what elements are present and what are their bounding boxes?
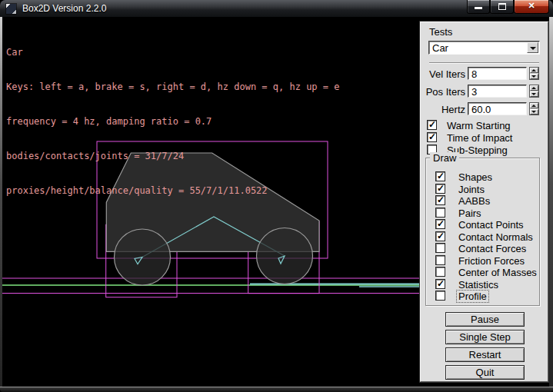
spinner-down-icon[interactable] <box>530 109 538 115</box>
pos-iters-input[interactable]: 3 <box>468 85 527 98</box>
checkbox-icon[interactable] <box>435 255 445 265</box>
vel-iters-row: Vel Iters 8 <box>421 67 549 80</box>
shapes-label: Shapes <box>458 171 492 183</box>
statistics-label: Statistics <box>458 279 498 291</box>
checkbox-icon[interactable] <box>435 208 445 218</box>
spinner-down-icon[interactable] <box>530 74 538 79</box>
center-of-masses-label: Center of Masses <box>458 267 537 278</box>
window-border-bottom <box>0 387 553 392</box>
tests-dropdown-value: Car <box>432 42 448 54</box>
pairs-label: Pairs <box>458 208 481 219</box>
hertz-label: Hertz <box>421 104 465 115</box>
pos-iters-row: Pos Iters 3 <box>421 85 549 98</box>
checkbox-icon[interactable] <box>435 171 445 181</box>
checkbox-icon[interactable] <box>435 184 445 194</box>
checkbox-icon[interactable] <box>435 291 445 301</box>
checkbox-icon[interactable] <box>435 219 445 229</box>
tests-label: Tests <box>429 26 452 38</box>
checkbox-icon[interactable] <box>435 243 445 253</box>
close-icon: ✕ <box>515 1 548 11</box>
chevron-down-icon <box>530 47 536 50</box>
vel-iters-value: 8 <box>471 68 477 80</box>
titlebar[interactable]: Box2D Version 2.2.0 ✕ <box>0 0 553 18</box>
caption-buttons: ✕ <box>467 0 549 13</box>
warm-starting-label: Warm Starting <box>447 120 511 131</box>
checkbox-icon[interactable] <box>435 279 445 289</box>
app-window: Box2D Version 2.2.0 ✕ <box>0 0 553 392</box>
app-icon <box>6 4 16 14</box>
close-button[interactable]: ✕ <box>514 0 549 14</box>
vel-iters-spinner[interactable] <box>529 67 539 80</box>
minimize-icon <box>475 7 482 9</box>
draw-group: Draw Shapes Joints AABBs Pairs Contact P… <box>425 158 540 306</box>
checkbox-icon[interactable] <box>427 120 437 130</box>
friction-forces-label: Friction Forces <box>458 255 525 267</box>
tests-dropdown[interactable]: Car <box>428 41 540 55</box>
spinner-up-icon[interactable] <box>530 68 538 73</box>
quit-button[interactable]: Quit <box>445 365 525 380</box>
hertz-value: 60.0 <box>471 104 491 115</box>
contact-forces-label: Contact Forces <box>458 243 526 254</box>
spinner-up-icon[interactable] <box>530 103 538 108</box>
debug-text-proxies: proxies/height/balance/quality = 55/7/1/… <box>6 185 339 197</box>
hertz-row: Hertz 60.0 <box>421 102 549 115</box>
debug-text-title: Car <box>6 47 339 58</box>
vel-iters-label: Vel Iters <box>421 68 465 80</box>
debug-text-keys: Keys: left = a, brake = s, right = d, hz… <box>6 81 339 93</box>
single-step-button[interactable]: Single Step <box>445 330 525 344</box>
pos-iters-value: 3 <box>471 86 477 98</box>
debug-text-frequency: frequency = 4 hz, damping ratio = 0.7 <box>6 116 339 128</box>
debug-text-bodies: bodies/contacts/joints = 31/7/24 <box>6 151 339 162</box>
pos-iters-spinner[interactable] <box>529 85 539 98</box>
window-border-right <box>549 17 553 387</box>
contact-points-label: Contact Points <box>458 219 524 231</box>
vel-iters-input[interactable]: 8 <box>468 67 527 80</box>
checkbox-icon[interactable] <box>427 132 437 142</box>
restart-button[interactable]: Restart <box>445 347 525 362</box>
checkbox-icon[interactable] <box>435 231 445 241</box>
maximize-icon <box>498 3 506 10</box>
profile-label: Profile <box>457 291 488 302</box>
hertz-input[interactable]: 60.0 <box>468 102 527 115</box>
tests-dropdown-button[interactable] <box>527 42 538 53</box>
pos-iters-label: Pos Iters <box>421 86 465 98</box>
draw-group-title: Draw <box>430 152 459 164</box>
maximize-button[interactable] <box>490 0 514 14</box>
pause-button[interactable]: Pause <box>445 312 525 327</box>
spinner-down-icon[interactable] <box>530 91 538 97</box>
checkbox-icon[interactable] <box>435 267 445 277</box>
window-title: Box2D Version 2.2.0 <box>22 3 106 14</box>
simulation-canvas[interactable]: Car Keys: left = a, brake = s, right = d… <box>2 19 420 387</box>
control-panel: Tests Car Vel Iters 8 Pos Iters 3 <box>420 22 548 382</box>
aabbs-label: AABBs <box>458 195 490 207</box>
hertz-spinner[interactable] <box>529 102 539 115</box>
minimize-button[interactable] <box>467 0 490 14</box>
joints-label: Joints <box>458 184 485 195</box>
debug-text-block: Car Keys: left = a, brake = s, right = d… <box>6 24 339 220</box>
contact-normals-label: Contact Normals <box>458 231 533 243</box>
spinner-up-icon[interactable] <box>530 85 538 91</box>
checkbox-icon[interactable] <box>435 195 445 205</box>
time-of-impact-label: Time of Impact <box>447 132 512 144</box>
separator <box>429 62 539 64</box>
